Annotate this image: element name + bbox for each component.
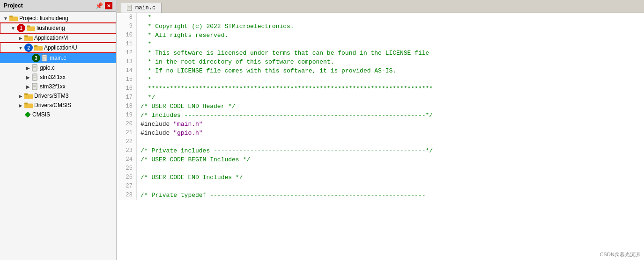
code-line-9: 9 * Copyright (c) 2022 STMicroelectronic… xyxy=(117,22,644,31)
badge-2: 2 xyxy=(24,43,33,52)
svg-rect-1 xyxy=(9,16,13,18)
code-line-13: 13 * in the root directory of this softw… xyxy=(117,58,644,66)
code-line-10: 10 * All rights reserved. xyxy=(117,31,644,40)
stm32f1xx-1-label: stm32f1xx xyxy=(40,74,66,80)
tree-item-main-c[interactable]: 3 main.c xyxy=(0,53,116,63)
tree-item-liushuideng[interactable]: ▼ 1 liushuideng xyxy=(0,23,116,33)
code-line-28: 28 /* Private typedef ------------------… xyxy=(117,191,644,200)
expand-toggle-stm1: ▶ xyxy=(24,73,32,81)
svg-rect-7 xyxy=(34,45,37,47)
code-line-24: 24 /* USER CODE BEGIN Includes */ xyxy=(117,155,644,164)
file-icon-main-c xyxy=(42,54,48,62)
code-line-17: 17 */ xyxy=(117,93,644,102)
stm32f1xx-2-label: stm32f1xx xyxy=(40,83,66,90)
file-icon-stm2 xyxy=(32,83,38,90)
svg-marker-25 xyxy=(25,112,30,117)
main-c-label: main.c xyxy=(50,55,66,61)
sidebar-header-icons: 📌 ✕ xyxy=(95,2,112,9)
code-line-15: 15 * xyxy=(117,75,644,84)
expand-toggle-drivers-stm3: ▶ xyxy=(17,92,24,100)
code-line-25: 25 xyxy=(117,164,644,173)
tab-main-c[interactable]: main.c xyxy=(121,3,162,13)
liushuideng-label: liushuideng xyxy=(37,25,65,31)
svg-rect-22 xyxy=(24,94,28,95)
expand-toggle-gpio-c: ▶ xyxy=(24,64,32,72)
sidebar-panel: Project 📌 ✕ ▼ Project: liushuideng ▼ 1 xyxy=(0,0,117,260)
drivers-stm3-label: Drivers/STM3 xyxy=(34,93,68,99)
code-area[interactable]: 8 * 9 * Copyright (c) 2022 STMicroelectr… xyxy=(117,13,644,260)
project-root-label: Project: liushuideng xyxy=(19,15,68,22)
tree-item-project-root[interactable]: ▼ Project: liushuideng xyxy=(0,14,116,23)
gpio-c-label: gpio.c xyxy=(40,65,55,71)
code-line-12: 12 * This software is licensed under ter… xyxy=(117,49,644,58)
code-line-26: 26 /* USER CODE END Includes */ xyxy=(117,173,644,182)
code-line-16: 16 *************************************… xyxy=(117,84,644,93)
expand-toggle-main-c xyxy=(24,54,32,62)
badge-3: 3 xyxy=(32,54,40,62)
code-line-11: 11 * xyxy=(117,40,644,49)
application-u-label: Application/U xyxy=(44,44,77,51)
cmsis-label: CMSIS xyxy=(32,111,50,118)
tab-label: main.c xyxy=(135,5,155,11)
close-button[interactable]: ✕ xyxy=(105,2,112,9)
editor-panel: main.c 8 * 9 * Copyright (c) 2022 STMicr… xyxy=(117,0,644,260)
expand-toggle-root: ▼ xyxy=(2,14,9,22)
drivers-cmsis-label: Drivers/CMSIS xyxy=(34,102,71,108)
folder-icon-root xyxy=(9,15,18,22)
diamond-icon xyxy=(24,111,31,118)
file-icon-stm1 xyxy=(32,73,38,81)
code-line-19: 19 /* Includes -------------------------… xyxy=(117,111,644,120)
tree-item-drivers-stm3[interactable]: ▶ Drivers/STM3 xyxy=(0,91,116,101)
code-line-23: 23 /* Private includes -----------------… xyxy=(117,146,644,155)
tree-item-gpio-c[interactable]: ▶ gpio.c xyxy=(0,63,116,72)
svg-rect-24 xyxy=(24,103,28,105)
tree-item-stm32f1xx-1[interactable]: ▶ stm32f1xx xyxy=(0,72,116,82)
tree-item-drivers-cmsis[interactable]: ▶ Drivers/CMSIS xyxy=(0,101,116,110)
expand-toggle-app-m: ▶ xyxy=(17,34,24,42)
expand-toggle-app-u: ▼ xyxy=(17,44,24,51)
svg-rect-5 xyxy=(24,36,28,37)
expand-toggle-stm2: ▶ xyxy=(24,83,32,90)
code-line-20: 20 #include "main.h" xyxy=(117,120,644,129)
code-line-21: 21 #include "gpio.h" xyxy=(117,129,644,137)
sidebar-content: ▼ Project: liushuideng ▼ 1 liushuideng xyxy=(0,12,116,260)
sidebar-header: Project 📌 ✕ xyxy=(0,0,116,12)
badge-1: 1 xyxy=(17,24,25,32)
folder-icon-drivers-cmsis xyxy=(24,102,33,108)
application-m-label: Application/M xyxy=(34,35,68,41)
tab-file-icon xyxy=(127,5,133,11)
folder-icon-liushuideng xyxy=(27,25,35,31)
folder-icon-app-u xyxy=(34,44,43,51)
expand-toggle-cmsis xyxy=(17,111,24,118)
code-line-14: 14 * If no LICENSE file comes with this … xyxy=(117,66,644,75)
sidebar-title: Project xyxy=(4,2,23,9)
folder-icon-app-m xyxy=(24,35,33,41)
code-line-8: 8 * xyxy=(117,13,644,22)
code-line-22: 22 xyxy=(117,137,644,146)
tree-item-stm32f1xx-2[interactable]: ▶ stm32f1xx xyxy=(0,82,116,91)
file-icon-gpio-c xyxy=(32,64,38,72)
pin-icon[interactable]: 📌 xyxy=(95,2,103,9)
expand-toggle-liushuideng: ▼ xyxy=(9,24,17,32)
expand-toggle-drivers-cmsis: ▶ xyxy=(17,101,24,109)
svg-rect-3 xyxy=(27,26,30,28)
code-line-18: 18 /* USER CODE END Header */ xyxy=(117,102,644,111)
tree-item-application-u[interactable]: ▼ 2 Application/U xyxy=(0,43,116,53)
main-layout: Project 📌 ✕ ▼ Project: liushuideng ▼ 1 xyxy=(0,0,644,260)
tree-item-cmsis[interactable]: CMSIS xyxy=(0,110,116,119)
tab-bar: main.c xyxy=(117,0,644,13)
folder-icon-drivers-stm3 xyxy=(24,93,33,99)
tree-item-application-m[interactable]: ▶ Application/M xyxy=(0,33,116,43)
code-line-27: 27 xyxy=(117,182,644,191)
